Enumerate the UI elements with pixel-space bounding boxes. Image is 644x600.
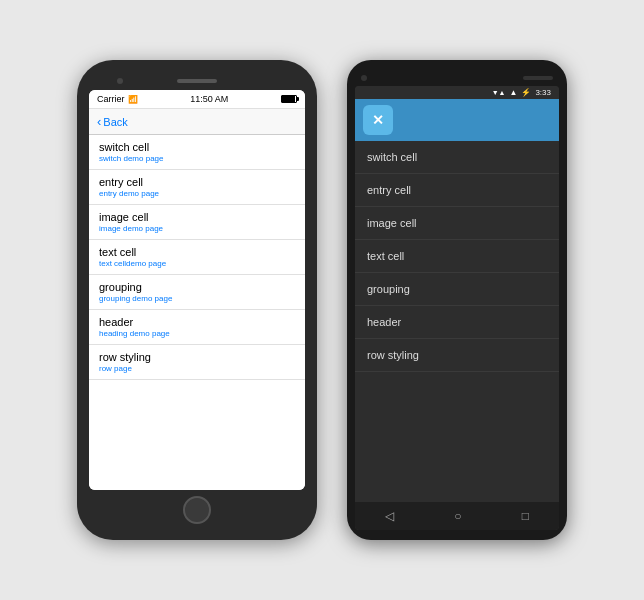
ios-back-chevron-icon: ‹: [97, 114, 101, 129]
ios-list-item[interactable]: header heading demo page: [89, 310, 305, 345]
ios-item-subtitle: switch demo page: [99, 154, 295, 163]
android-item-title: text cell: [367, 250, 547, 262]
android-battery-icon: ⚡: [521, 88, 531, 97]
ios-home-area: [89, 490, 305, 528]
ios-item-title: entry cell: [99, 176, 295, 188]
android-list-item[interactable]: image cell: [355, 207, 559, 240]
android-top-bar: [355, 70, 559, 86]
android-status-bar: ▼▲ ▲ ⚡ 3:33: [355, 86, 559, 99]
ios-camera: [117, 78, 123, 84]
android-app-bar: ✕: [355, 99, 559, 141]
ios-notch: [89, 72, 305, 90]
android-list-item[interactable]: switch cell: [355, 141, 559, 174]
ios-list-item[interactable]: text cell text celldemo page: [89, 240, 305, 275]
android-item-title: grouping: [367, 283, 547, 295]
ios-list-item[interactable]: grouping grouping demo page: [89, 275, 305, 310]
ios-nav-bar: ‹ Back: [89, 109, 305, 135]
ios-battery-icon: [281, 95, 297, 103]
android-home-button[interactable]: ○: [454, 509, 461, 523]
android-recents-button[interactable]: □: [522, 509, 529, 523]
android-time: 3:33: [535, 88, 551, 97]
android-phone: ▼▲ ▲ ⚡ 3:33 ✕ switch cell entry cell ima…: [347, 60, 567, 540]
android-screen: ▼▲ ▲ ⚡ 3:33 ✕ switch cell entry cell ima…: [355, 86, 559, 530]
ios-list-item[interactable]: row styling row page: [89, 345, 305, 380]
android-list-item[interactable]: text cell: [355, 240, 559, 273]
ios-item-title: grouping: [99, 281, 295, 293]
ios-item-subtitle: entry demo page: [99, 189, 295, 198]
ios-item-title: row styling: [99, 351, 295, 363]
android-item-title: header: [367, 316, 547, 328]
ios-wifi-icon: 📶: [128, 95, 138, 104]
android-item-title: image cell: [367, 217, 547, 229]
android-back-button[interactable]: ◁: [385, 509, 394, 523]
android-wifi-icon: ▲: [510, 88, 518, 97]
android-signal-icon: ▼▲: [492, 89, 506, 96]
android-speaker: [523, 76, 553, 80]
ios-item-subtitle: text celldemo page: [99, 259, 295, 268]
android-item-title: entry cell: [367, 184, 547, 196]
ios-status-bar: Carrier 📶 11:50 AM: [89, 90, 305, 109]
android-list-item[interactable]: row styling: [355, 339, 559, 372]
ios-list-item[interactable]: entry cell entry demo page: [89, 170, 305, 205]
ios-list-item[interactable]: switch cell switch demo page: [89, 135, 305, 170]
ios-item-subtitle: image demo page: [99, 224, 295, 233]
ios-item-title: switch cell: [99, 141, 295, 153]
android-list: switch cell entry cell image cell text c…: [355, 141, 559, 502]
ios-item-title: image cell: [99, 211, 295, 223]
android-list-item[interactable]: header: [355, 306, 559, 339]
ios-back-button[interactable]: ‹ Back: [97, 114, 128, 129]
ios-battery-fill: [282, 96, 295, 102]
ios-back-label: Back: [103, 116, 127, 128]
android-item-title: row styling: [367, 349, 547, 361]
ios-screen: Carrier 📶 11:50 AM ‹ Back switch cell sw…: [89, 90, 305, 490]
ios-home-button[interactable]: [183, 496, 211, 524]
ios-item-subtitle: row page: [99, 364, 295, 373]
ios-time: 11:50 AM: [190, 94, 228, 104]
android-list-item[interactable]: entry cell: [355, 174, 559, 207]
ios-item-subtitle: heading demo page: [99, 329, 295, 338]
ios-carrier-label: Carrier: [97, 94, 125, 104]
android-app-icon-text: ✕: [372, 112, 384, 128]
android-app-icon: ✕: [363, 105, 393, 135]
android-item-title: switch cell: [367, 151, 547, 163]
android-camera: [361, 75, 367, 81]
ios-item-subtitle: grouping demo page: [99, 294, 295, 303]
ios-carrier-wifi: Carrier 📶: [97, 94, 138, 104]
android-nav-bar: ◁ ○ □: [355, 502, 559, 530]
ios-speaker: [177, 79, 217, 83]
ios-list-item[interactable]: image cell image demo page: [89, 205, 305, 240]
ios-list: switch cell switch demo page entry cell …: [89, 135, 305, 490]
ios-item-title: header: [99, 316, 295, 328]
android-list-item[interactable]: grouping: [355, 273, 559, 306]
ios-item-title: text cell: [99, 246, 295, 258]
ios-phone: Carrier 📶 11:50 AM ‹ Back switch cell sw…: [77, 60, 317, 540]
